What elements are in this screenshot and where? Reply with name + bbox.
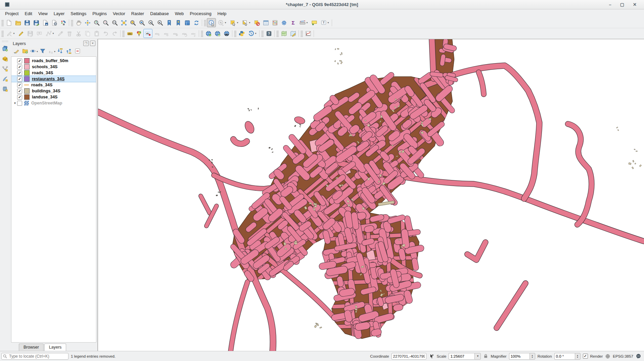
profile-tool-button[interactable] <box>304 29 313 38</box>
dropdown-arrow-icon[interactable]: ▾ <box>255 32 256 35</box>
filter-legend-button[interactable] <box>38 48 47 56</box>
metasearch-add-button[interactable]: + <box>204 29 213 38</box>
identify-features-button[interactable]: i <box>207 18 216 27</box>
magnifier-spinbox[interactable]: ▲▼ <box>509 353 535 360</box>
toolbar-handle[interactable] <box>204 19 206 26</box>
layer-row-restaurants_34s[interactable]: ✓restaurants_34S <box>11 76 96 82</box>
save-as-template-button[interactable] <box>41 18 50 27</box>
toolbar-handle[interactable] <box>71 19 73 26</box>
layer-checkbox[interactable]: ✓ <box>17 83 22 88</box>
messages-icon[interactable] <box>636 353 641 359</box>
dock-handle[interactable] <box>2 40 8 43</box>
menu-project[interactable]: Project <box>2 10 21 17</box>
menu-help[interactable]: Help <box>215 10 230 17</box>
save-project-button[interactable] <box>22 18 32 27</box>
coordinate-input[interactable] <box>392 353 426 360</box>
change-label-button[interactable]: abc <box>189 29 198 38</box>
locate-input[interactable] <box>1 353 68 360</box>
copy-features-button[interactable] <box>83 29 92 38</box>
zoom-full-button[interactable] <box>119 18 128 27</box>
expression-filter-button[interactable]: ε▾ <box>47 48 55 56</box>
close-panel-icon[interactable]: ✕ <box>90 41 95 46</box>
refresh-button[interactable] <box>192 18 201 27</box>
add-mesh-layer-button[interactable] <box>1 55 9 63</box>
tab-browser[interactable]: Browser <box>19 344 44 351</box>
undo-button[interactable] <box>101 29 110 38</box>
layer-row-buildings_34s[interactable]: ✓buildings_34S <box>11 88 96 94</box>
expand-all-button[interactable] <box>56 48 64 56</box>
layer-tree[interactable]: ✓roads_buffer_50m✓schools_34S✓roads_34S✓… <box>11 56 96 343</box>
field-calculator-button[interactable] <box>270 18 279 27</box>
layer-row-openstreetmap[interactable]: ▾OpenStreetMap <box>11 100 96 106</box>
remove-layer-button[interactable] <box>73 48 82 56</box>
digitize-shape-button[interactable]: ✶ <box>35 29 44 38</box>
title-bar[interactable]: *chapter_7 - QGIS 9e45223d42 [tm] – ▢ ✕ <box>0 0 644 9</box>
rotation-spin-arrows-icon[interactable]: ▲▼ <box>575 353 581 360</box>
layer-name[interactable]: restaurants_34S <box>32 77 64 81</box>
select-features-by-value-button[interactable]: ▾ <box>240 18 252 27</box>
minimize-button[interactable]: – <box>609 0 611 9</box>
pan-to-selection-button[interactable] <box>83 18 92 27</box>
zoom-to-layer-button[interactable] <box>137 18 146 27</box>
layer-name[interactable]: roads_34S <box>31 83 52 87</box>
open-styling-panel-button[interactable] <box>12 48 20 56</box>
layer-row-roads_buffer_50m[interactable]: ✓roads_buffer_50m <box>11 58 96 64</box>
cut-features-button[interactable] <box>74 29 83 38</box>
menu-web[interactable]: Web <box>172 10 187 17</box>
save-layer-edits-button[interactable] <box>26 29 35 38</box>
open-project-button[interactable] <box>13 18 22 27</box>
save-project-as-button[interactable] <box>32 18 41 27</box>
rotation-input[interactable] <box>554 353 575 360</box>
zoom-in-button[interactable]: + <box>92 18 101 27</box>
zoom-last-button[interactable]: ◂ <box>146 18 155 27</box>
dropdown-arrow-icon[interactable]: ▾ <box>249 21 250 24</box>
zoom-next-button[interactable]: ▸ <box>155 18 165 27</box>
layer-expand-icon[interactable]: ▾ <box>13 101 17 105</box>
new-map-view-button[interactable] <box>183 18 192 27</box>
paste-features-button[interactable] <box>92 29 101 38</box>
metasearch-exchange-button[interactable]: ⇄ <box>213 29 222 38</box>
zoom-out-button[interactable]: − <box>101 18 110 27</box>
vertex-tool-button[interactable]: ▾ <box>44 29 56 38</box>
menu-vector[interactable]: Vector <box>110 10 128 17</box>
layer-row-roads_34s[interactable]: ✓roads_34S <box>11 70 96 76</box>
menu-raster[interactable]: Raster <box>128 10 147 17</box>
pan-map-button[interactable] <box>74 18 83 27</box>
delete-selected-button[interactable] <box>65 29 74 38</box>
toolbar-handle[interactable] <box>261 30 264 37</box>
style-manager-button[interactable]: a <box>59 18 68 27</box>
deselect-features-button[interactable] <box>252 18 261 27</box>
zoom-native-button[interactable]: 1:1 <box>110 18 119 27</box>
tab-layers[interactable]: Layers <box>44 344 66 351</box>
show-hide-labels-button[interactable]: abc <box>162 29 171 38</box>
mouse-extent-icon[interactable] <box>429 353 434 359</box>
pin-unpin-labels-button[interactable]: abc+ <box>171 29 180 38</box>
layer-checkbox[interactable]: ✓ <box>17 71 22 76</box>
zoom-to-selection-button[interactable] <box>128 18 137 27</box>
crs-globe-icon[interactable] <box>605 354 610 359</box>
layer-name[interactable]: OpenStreetMap <box>31 101 62 105</box>
menu-processing[interactable]: Processing <box>187 10 214 17</box>
move-label-button[interactable]: abc <box>152 29 162 38</box>
layer-name[interactable]: schools_34S <box>32 64 57 69</box>
map-canvas[interactable] <box>98 39 644 351</box>
python-console-button[interactable] <box>237 29 246 38</box>
layer-row-schools_34s[interactable]: ✓schools_34S <box>11 64 96 70</box>
toolbar-handle[interactable] <box>1 30 4 37</box>
run-feature-action-button[interactable]: ▾ <box>216 18 228 27</box>
new-project-button[interactable] <box>4 18 13 27</box>
toolbar-handle[interactable] <box>1 19 4 26</box>
menu-database[interactable]: Database <box>147 10 172 17</box>
metasearch-button[interactable] <box>222 29 231 38</box>
rotation-spinbox[interactable]: ▲▼ <box>554 353 581 360</box>
text-annotation-button[interactable]: T▾ <box>319 18 331 27</box>
layer-diagram-button[interactable] <box>134 29 143 38</box>
project-properties-button[interactable] <box>50 18 59 27</box>
float-panel-icon[interactable]: ❐ <box>83 41 89 46</box>
layer-name[interactable]: landuse_34S <box>32 95 57 99</box>
dropdown-arrow-icon[interactable]: ▾ <box>327 21 329 24</box>
toolbar-handle[interactable] <box>234 30 236 37</box>
add-geopackage-layer-button[interactable] <box>1 75 9 84</box>
menu-settings[interactable]: Settings <box>67 10 89 17</box>
dropdown-arrow-icon[interactable]: ▾ <box>54 50 55 53</box>
